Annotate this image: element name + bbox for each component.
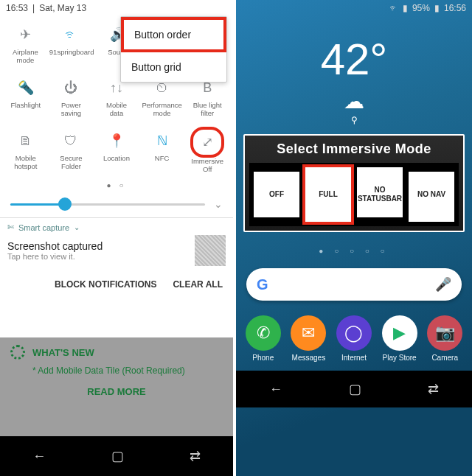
tile-label: Blue light filter <box>193 102 222 118</box>
option-label: NO NAV <box>409 167 454 222</box>
app-label: Play Store <box>383 354 417 362</box>
tile-icon: 📍 <box>105 130 128 152</box>
google-logo-icon: G <box>257 276 268 293</box>
tile-icon: ⏻ <box>60 77 82 99</box>
qs-tile[interactable]: ᯤ91springboard <box>48 19 96 72</box>
block-notifications-button[interactable]: BLOCK NOTIFICATIONS <box>55 279 156 290</box>
option-label: OFF <box>254 167 299 222</box>
immersive-mode-dialog: Select Immersive Mode OFFFULLNO STATUSBA… <box>243 134 465 232</box>
tile-icon: ℕ <box>151 130 173 152</box>
tile-label: Power saving <box>61 102 81 118</box>
location-pin-icon: ⚲ <box>236 115 472 125</box>
dock-app-play-store[interactable]: ▶Play Store <box>382 315 417 362</box>
nav-recents-icon[interactable]: ⇄ <box>428 381 439 397</box>
tile-label: Airplane mode <box>13 49 38 65</box>
qs-tile[interactable]: ⤢Immersive Off <box>184 125 230 178</box>
status-divider: | <box>32 3 35 13</box>
qs-tile[interactable]: 🔦Flashlight <box>3 72 49 125</box>
weather-widget[interactable]: 42° ☁ ⚲ <box>236 16 472 128</box>
smart-capture-header[interactable]: ✄ Smart capture ⌄ <box>0 218 233 234</box>
app-label: Phone <box>252 354 274 362</box>
tile-label: 91springboard <box>49 49 94 57</box>
tile-icon: ᯤ <box>60 24 83 46</box>
nav-back-icon[interactable]: ← <box>269 382 282 397</box>
status-date: Sat, May 13 <box>39 3 86 13</box>
app-icon: ✉ <box>291 315 326 351</box>
whats-new-line: * Add Mobile Data Tile (Root Required) <box>32 365 223 376</box>
nav-home-icon[interactable]: ▢ <box>111 448 124 464</box>
notif-thumbnail <box>195 235 226 266</box>
app-label: Internet <box>341 354 367 362</box>
qs-tile[interactable]: 📍Location <box>94 125 139 178</box>
dock-app-phone[interactable]: ✆Phone <box>246 315 281 362</box>
phone-left: 16:53 | Sat, May 13 Button order Button … <box>0 0 236 476</box>
status-time-right: 16:56 <box>444 3 466 13</box>
qs-tile[interactable]: ℕNFC <box>139 125 185 178</box>
tile-icon: 🔦 <box>15 77 37 99</box>
scissors-icon: ✄ <box>7 223 14 232</box>
tile-icon: 🗎 <box>15 130 37 152</box>
app-label: Messages <box>292 354 326 362</box>
immersive-option[interactable]: NO STATUSBAR <box>355 166 404 223</box>
notif-subtitle: Tap here to view it. <box>7 252 103 261</box>
clear-all-button[interactable]: CLEAR ALL <box>173 279 223 290</box>
dock-app-internet[interactable]: ◯Internet <box>336 315 372 362</box>
tile-icon: ✈ <box>14 24 36 46</box>
nav-home-icon[interactable]: ▢ <box>349 381 361 397</box>
nav-recents-icon[interactable]: ⇄ <box>190 448 201 464</box>
google-search-bar[interactable]: G 🎤 <box>246 268 462 301</box>
notif-actions: BLOCK NOTIFICATIONS CLEAR ALL <box>0 273 233 295</box>
brightness-expand-icon[interactable]: ⌄ <box>214 198 223 210</box>
immersive-option[interactable]: OFF <box>252 166 301 223</box>
qs-tile[interactable]: ✈Airplane mode <box>3 19 48 72</box>
tile-label: Secure Folder <box>60 155 82 171</box>
option-label: NO STATUSBAR <box>357 167 403 222</box>
tile-label: Location <box>103 155 130 163</box>
status-bar-right: ᯤ ▮ 95% ▮ 16:56 <box>236 0 472 16</box>
wifi-icon: ᯤ <box>389 3 398 13</box>
app-icon: ▶ <box>382 315 417 351</box>
dock-app-messages[interactable]: ✉Messages <box>291 315 326 362</box>
brightness-slider[interactable] <box>10 203 205 206</box>
notif-title: Screenshot captured <box>7 240 103 252</box>
tile-icon: ⤢ <box>196 131 218 153</box>
weather-icon: ☁ <box>236 89 472 113</box>
nav-back-icon[interactable]: ← <box>32 449 46 464</box>
app-icon: 📷 <box>427 315 462 351</box>
overflow-menu: Button order Button grid <box>120 16 227 83</box>
brightness-row: ⌄ <box>0 192 233 216</box>
tile-label: Flashlight <box>10 102 41 110</box>
read-more-button[interactable]: READ MORE <box>10 376 223 410</box>
phone-right: ᯤ ▮ 95% ▮ 16:56 42° ☁ ⚲ Select Immersive… <box>236 0 472 476</box>
status-bar-left: 16:53 | Sat, May 13 <box>0 0 233 16</box>
immersive-option[interactable]: FULL <box>304 166 353 223</box>
quick-settings-panel: Button order Button grid ✈Airplane modeᯤ… <box>0 16 233 295</box>
qs-tile[interactable]: ⏻Power saving <box>49 72 94 125</box>
loading-icon <box>10 345 25 360</box>
smart-capture-label: Smart capture <box>18 223 69 232</box>
whats-new-header: WHAT'S NEW <box>32 347 94 358</box>
signal-icon: ▮ <box>403 3 408 13</box>
immersive-option[interactable]: NO NAV <box>407 166 456 223</box>
app-icon: ◯ <box>336 315 372 351</box>
weather-temp: 42° <box>236 34 472 85</box>
menu-button-grid[interactable]: Button grid <box>121 52 226 82</box>
whats-new-card: WHAT'S NEW * Add Mobile Data Tile (Root … <box>0 337 233 418</box>
mic-icon[interactable]: 🎤 <box>435 276 451 293</box>
menu-button-order[interactable]: Button order <box>121 17 226 52</box>
battery-icon: ▮ <box>434 3 440 13</box>
status-time: 16:53 <box>6 3 28 13</box>
dimmed-background: WHAT'S NEW * Add Mobile Data Tile (Root … <box>0 337 233 436</box>
dock-app-camera[interactable]: 📷Camera <box>427 315 462 362</box>
nav-bar-left: ← ▢ ⇄ <box>0 436 233 476</box>
app-dock: ✆Phone✉Messages◯Internet▶Play Store📷Came… <box>236 301 472 371</box>
qs-tile[interactable]: 🗎Mobile hotspot <box>3 125 49 178</box>
notification-screenshot[interactable]: Screenshot captured Tap here to view it. <box>0 234 233 273</box>
app-label: Camera <box>431 354 458 362</box>
app-icon: ✆ <box>246 315 281 351</box>
tile-icon: 🛡 <box>60 130 82 152</box>
battery-percent: 95% <box>412 3 430 13</box>
qs-tile[interactable]: 🛡Secure Folder <box>49 125 94 178</box>
tile-label: NFC <box>155 155 170 163</box>
home-pager: ● ○ ○ ○ ○ <box>236 238 472 264</box>
